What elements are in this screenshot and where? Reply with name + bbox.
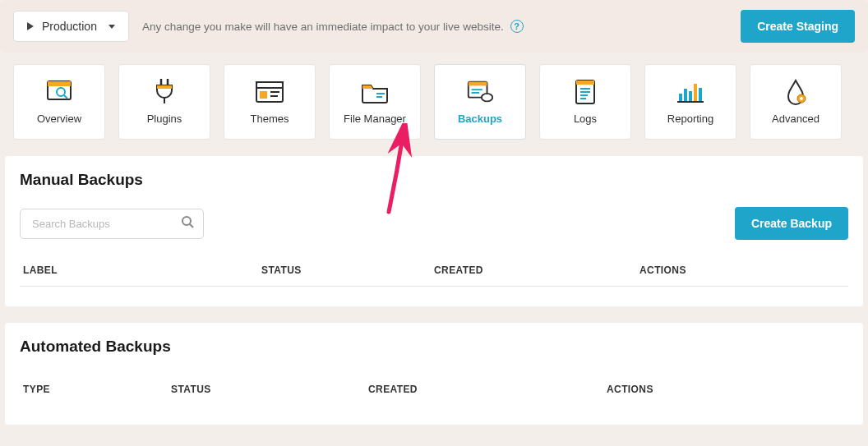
- themes-icon: [255, 80, 284, 104]
- manual-backups-title: Manual Backups: [20, 171, 848, 189]
- svg-rect-6: [157, 85, 172, 89]
- col-created: CREATED: [434, 264, 639, 276]
- tab-backups[interactable]: Backups: [434, 64, 526, 140]
- play-icon: [27, 22, 34, 30]
- create-staging-button[interactable]: Create Staging: [741, 10, 855, 43]
- help-icon[interactable]: ?: [510, 20, 524, 33]
- col-actions: ACTIONS: [607, 384, 845, 395]
- col-status: STATUS: [261, 264, 434, 276]
- col-type: TYPE: [23, 384, 171, 395]
- tab-label: Backups: [458, 113, 502, 125]
- search-wrapper: [20, 209, 204, 239]
- tab-label: Logs: [574, 113, 597, 125]
- svg-line-3: [64, 95, 67, 99]
- tab-label: Overview: [37, 113, 81, 125]
- tab-label: Advanced: [772, 113, 820, 125]
- top-bar: Production Any change you make will have…: [0, 0, 868, 53]
- tab-label: File Manager: [344, 113, 406, 125]
- svg-rect-27: [684, 89, 687, 102]
- svg-point-34: [182, 217, 191, 225]
- overview-icon: [44, 80, 74, 104]
- tab-plugins[interactable]: Plugins: [118, 64, 210, 140]
- tab-logs[interactable]: Logs: [539, 64, 631, 140]
- tabs-row: Overview Plugins Themes: [0, 64, 868, 156]
- top-bar-message-row: Any change you make will have an immedia…: [142, 20, 524, 33]
- tab-advanced[interactable]: Advanced: [750, 64, 842, 140]
- search-backups-input[interactable]: [20, 209, 204, 239]
- search-icon: [181, 215, 194, 232]
- tab-label: Plugins: [147, 113, 182, 125]
- manual-backups-table-header: LABEL STATUS CREATED ACTIONS: [20, 255, 848, 287]
- plugins-icon: [150, 80, 179, 104]
- svg-rect-28: [689, 91, 692, 102]
- automated-backups-panel: Automated Backups TYPE STATUS CREATED AC…: [5, 323, 863, 425]
- manual-backups-toolbar: Create Backup: [20, 207, 848, 240]
- chevron-down-icon: [108, 25, 115, 29]
- manual-backups-panel: Manual Backups Create Backup LABEL STATU…: [5, 156, 863, 306]
- svg-rect-29: [694, 84, 697, 102]
- svg-rect-21: [576, 80, 594, 85]
- col-status: STATUS: [171, 384, 368, 395]
- svg-rect-1: [48, 81, 71, 86]
- svg-rect-26: [679, 94, 682, 102]
- environment-label: Production: [42, 20, 97, 33]
- svg-rect-10: [260, 91, 267, 99]
- svg-rect-9: [256, 82, 283, 88]
- backups-icon: [465, 80, 495, 104]
- top-bar-message: Any change you make will have an immedia…: [142, 21, 504, 33]
- advanced-icon: [781, 80, 810, 104]
- file-manager-icon: [360, 80, 390, 104]
- tab-file-manager[interactable]: File Manager: [329, 64, 421, 140]
- col-label: LABEL: [23, 264, 261, 276]
- automated-backups-title: Automated Backups: [20, 338, 848, 356]
- tab-reporting[interactable]: Reporting: [644, 64, 736, 140]
- tab-label: Reporting: [667, 113, 713, 125]
- col-created: CREATED: [368, 384, 607, 395]
- logs-icon: [570, 80, 600, 104]
- svg-point-2: [57, 88, 65, 96]
- svg-rect-16: [469, 81, 487, 85]
- automated-backups-table-header: TYPE STATUS CREATED ACTIONS: [20, 374, 848, 405]
- svg-rect-30: [699, 88, 702, 102]
- environment-dropdown[interactable]: Production: [13, 11, 129, 42]
- svg-point-19: [482, 93, 492, 100]
- reporting-icon: [676, 80, 705, 104]
- svg-line-35: [190, 224, 193, 228]
- svg-point-33: [800, 97, 803, 100]
- create-backup-button[interactable]: Create Backup: [735, 207, 848, 240]
- col-actions: ACTIONS: [639, 264, 845, 276]
- tab-label: Themes: [251, 113, 289, 125]
- tab-themes[interactable]: Themes: [224, 64, 316, 140]
- tab-overview[interactable]: Overview: [13, 64, 105, 140]
